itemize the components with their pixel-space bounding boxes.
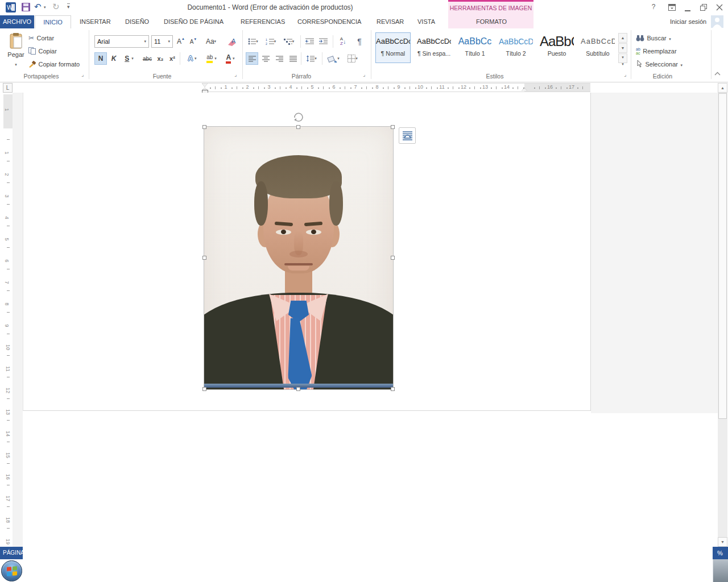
- text-effects-button[interactable]: A▾: [183, 52, 201, 65]
- bullets-button[interactable]: ▾: [246, 35, 260, 48]
- close-icon[interactable]: [714, 3, 725, 12]
- underline-button[interactable]: S▾: [121, 52, 138, 65]
- line-spacing-button[interactable]: ▾: [304, 52, 320, 65]
- clear-formatting-button[interactable]: A: [225, 35, 240, 48]
- pilcrow-button[interactable]: ¶: [354, 35, 365, 48]
- align-center-button[interactable]: [259, 52, 272, 65]
- tab-vista[interactable]: VISTA: [412, 15, 441, 28]
- page-number-badge[interactable]: PÁGINA: [0, 547, 23, 559]
- superscript-button[interactable]: x²: [167, 52, 178, 65]
- font-family-combo[interactable]: Arial▾: [94, 35, 149, 48]
- increase-indent-button[interactable]: [317, 35, 329, 48]
- first-line-indent-marker[interactable]: [202, 84, 208, 87]
- help-icon[interactable]: ?: [648, 3, 659, 12]
- find-button[interactable]: Buscar ▾: [636, 32, 671, 43]
- tab-archivo[interactable]: ARCHIVO: [0, 15, 34, 28]
- resize-handle-nw[interactable]: [202, 125, 206, 129]
- highlight-button[interactable]: ab▾: [202, 52, 221, 65]
- font-size-combo[interactable]: 11▾: [151, 35, 173, 48]
- align-left-button[interactable]: [246, 52, 258, 65]
- resize-handle-e[interactable]: [391, 256, 395, 260]
- h-ruler-number: 10: [417, 84, 423, 90]
- paragraph-dialog-launcher-icon[interactable]: ⌟: [363, 72, 369, 77]
- grow-font-button[interactable]: A▲: [175, 35, 187, 48]
- paste-button[interactable]: Pegar ▾: [5, 33, 27, 68]
- tab-insertar[interactable]: INSERTAR: [74, 15, 117, 28]
- borders-button[interactable]: ▾: [344, 52, 362, 65]
- align-right-button[interactable]: [273, 52, 286, 65]
- minimize-icon[interactable]: [682, 3, 693, 12]
- ribbon-tabs: ARCHIVO INICIO INSERTAR DISEÑO DISEÑO DE…: [0, 15, 728, 28]
- copy-button[interactable]: Copiar: [28, 45, 57, 56]
- scroll-up-icon[interactable]: ▲: [718, 83, 727, 93]
- save-icon[interactable]: [22, 3, 30, 11]
- styles-scroll-down-icon[interactable]: ▼: [618, 43, 627, 53]
- tab-correspondencia[interactable]: CORRESPONDENCIA: [292, 15, 367, 28]
- sign-in-link[interactable]: Iniciar sesión: [664, 15, 712, 28]
- bold-button[interactable]: N: [94, 52, 107, 65]
- tab-diseno[interactable]: DISEÑO: [119, 15, 155, 28]
- svg-text:1: 1: [266, 38, 267, 41]
- tab-referencias[interactable]: REFERENCIAS: [235, 15, 291, 28]
- sort-button[interactable]: A Z ↓: [336, 35, 350, 48]
- tab-inicio[interactable]: INICIO: [35, 15, 71, 28]
- zoom-level-badge[interactable]: %: [713, 547, 728, 559]
- right-indent-marker[interactable]: [522, 88, 527, 91]
- justify-button[interactable]: [287, 52, 299, 65]
- style-no-spacing[interactable]: AaBbCcDc ¶ Sin espa...: [416, 32, 452, 63]
- photo-mouth: [284, 263, 313, 265]
- tab-formato[interactable]: FORMATO: [470, 15, 513, 28]
- restore-icon[interactable]: [698, 3, 709, 12]
- resize-handle-s[interactable]: [296, 387, 300, 391]
- shrink-font-button[interactable]: A▼: [188, 35, 199, 48]
- vertical-ruler[interactable]: 112345678910111213141516171819: [3, 94, 13, 544]
- shading-button[interactable]: ▾: [324, 52, 342, 65]
- inserted-photo[interactable]: [204, 127, 393, 389]
- tab-selector[interactable]: L: [3, 83, 13, 93]
- styles-gallery-expand-icon[interactable]: ▾▾: [618, 53, 627, 63]
- scroll-down-icon[interactable]: ▼: [718, 537, 727, 547]
- scrollbar-thumb[interactable]: [718, 93, 727, 419]
- resize-handle-sw[interactable]: [202, 387, 206, 391]
- windows-start-icon[interactable]: [1, 560, 22, 581]
- font-color-button[interactable]: A▾: [222, 52, 239, 65]
- layout-options-button[interactable]: [399, 127, 416, 144]
- style-subtitle[interactable]: AaBbCcD Subtítulo: [580, 32, 615, 63]
- strikethrough-button[interactable]: abc: [140, 52, 155, 65]
- format-painter-button[interactable]: Copiar formato: [28, 59, 80, 69]
- italic-button[interactable]: K: [109, 52, 119, 65]
- decrease-indent-button[interactable]: [303, 35, 316, 48]
- undo-icon[interactable]: ↶: [34, 2, 42, 12]
- collapse-ribbon-icon[interactable]: [714, 72, 721, 76]
- styles-dialog-launcher-icon[interactable]: ⌟: [624, 72, 630, 77]
- windows-flag-icon: [7, 566, 17, 576]
- style-heading2[interactable]: AaBbCcD Título 2: [498, 32, 533, 63]
- undo-dropdown-icon[interactable]: ▾: [44, 5, 46, 10]
- style-title[interactable]: AaBbCc Puesto: [539, 32, 574, 63]
- resize-handle-ne[interactable]: [391, 125, 395, 129]
- style-normal[interactable]: AaBbCcDc ¶ Normal: [375, 32, 411, 63]
- horizontal-ruler[interactable]: 12345678910111213141617: [202, 83, 590, 92]
- clipboard-dialog-launcher-icon[interactable]: ⌟: [81, 72, 87, 77]
- qat-customize-icon[interactable]: ▾: [67, 3, 70, 10]
- subscript-button[interactable]: x₂: [155, 52, 166, 65]
- taskbar-button-fragment[interactable]: [713, 559, 728, 582]
- tab-revisar[interactable]: REVISAR: [371, 15, 410, 28]
- style-heading1[interactable]: AaBbCc Título 1: [457, 32, 493, 63]
- styles-scroll-up-icon[interactable]: ▲: [618, 33, 627, 43]
- avatar-icon[interactable]: [711, 15, 723, 28]
- multilevel-list-button[interactable]: ▾: [281, 35, 297, 48]
- rotate-handle-icon[interactable]: [292, 112, 305, 123]
- ribbon-display-icon[interactable]: [667, 3, 677, 12]
- resize-handle-n[interactable]: [296, 125, 300, 129]
- resize-handle-se[interactable]: [391, 387, 395, 391]
- tab-diseno-de-pagina[interactable]: DISEÑO DE PÁGINA: [158, 15, 229, 28]
- replace-button[interactable]: ab ac Reemplazar: [636, 45, 677, 56]
- resize-handle-w[interactable]: [202, 256, 206, 260]
- select-button[interactable]: Seleccionar ▾: [636, 59, 682, 69]
- line-spacing-icon: [307, 55, 315, 62]
- font-dialog-launcher-icon[interactable]: ⌟: [234, 72, 240, 77]
- cut-button[interactable]: ✂ Cortar: [28, 32, 54, 43]
- numbering-button[interactable]: 12▾: [263, 35, 279, 48]
- change-case-button[interactable]: Aa▾: [202, 35, 220, 48]
